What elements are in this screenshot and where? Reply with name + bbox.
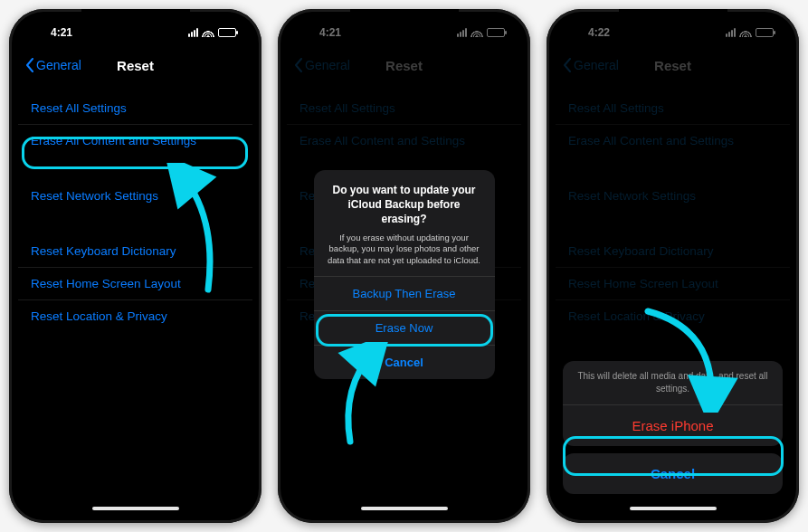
home-indicator[interactable] xyxy=(361,507,448,510)
erase-now-button[interactable]: Erase Now xyxy=(314,310,495,345)
screen: 4:21 General Reset Reset All Settings Er… xyxy=(287,18,521,514)
group-1: Reset All Settings Erase All Content and… xyxy=(18,92,252,157)
sheet-message: This will delete all media and data, and… xyxy=(563,361,783,405)
erase-all-content[interactable]: Erase All Content and Settings xyxy=(18,125,252,157)
phone-2: 4:21 General Reset Reset All Settings Er… xyxy=(278,9,530,523)
cancel-button[interactable]: Cancel xyxy=(314,345,495,379)
reset-keyboard[interactable]: Reset Keyboard Dictionary xyxy=(18,235,252,268)
notch xyxy=(81,9,190,29)
alert-body: Do you want to update your iCloud Backup… xyxy=(314,170,495,276)
back-label: General xyxy=(36,58,81,72)
phone-3: 4:22 General Reset Reset All Settings Er… xyxy=(547,9,799,523)
sheet-cancel-group: Cancel xyxy=(563,453,783,494)
group-2: Reset Network Settings xyxy=(18,180,252,212)
wifi-icon xyxy=(202,28,214,37)
reset-location[interactable]: Reset Location & Privacy xyxy=(18,300,252,332)
chevron-left-icon xyxy=(25,58,34,72)
alert-message: If you erase without updating your backu… xyxy=(325,233,484,267)
group-3: Reset Keyboard Dictionary Reset Home Scr… xyxy=(18,235,252,332)
reset-network[interactable]: Reset Network Settings xyxy=(18,180,252,212)
screen: 4:22 General Reset Reset All Settings Er… xyxy=(556,18,790,514)
cancel-button[interactable]: Cancel xyxy=(563,453,783,494)
home-indicator[interactable] xyxy=(92,507,179,510)
back-button[interactable]: General xyxy=(25,58,81,72)
reset-all-settings[interactable]: Reset All Settings xyxy=(18,92,252,125)
icloud-backup-alert: Do you want to update your iCloud Backup… xyxy=(314,170,495,379)
status-icons xyxy=(188,28,236,37)
backup-then-erase-button[interactable]: Backup Then Erase xyxy=(314,276,495,310)
nav-bar: General Reset xyxy=(18,47,252,83)
sheet-primary: This will delete all media and data, and… xyxy=(563,361,783,446)
reset-home[interactable]: Reset Home Screen Layout xyxy=(18,268,252,300)
status-time: 4:21 xyxy=(34,26,89,39)
phone-1: 4:21 General Reset Reset All Settings Er… xyxy=(9,9,261,523)
battery-icon xyxy=(218,28,236,37)
alert-title: Do you want to update your iCloud Backup… xyxy=(325,183,484,227)
action-sheet: This will delete all media and data, and… xyxy=(563,361,783,501)
notch xyxy=(350,9,459,29)
page-title: Reset xyxy=(117,58,154,73)
settings-list: Reset All Settings Erase All Content and… xyxy=(18,92,252,332)
erase-iphone-button[interactable]: Erase iPhone xyxy=(563,405,783,446)
signal-icon xyxy=(188,28,198,37)
notch xyxy=(619,9,727,29)
screen: 4:21 General Reset Reset All Settings Er… xyxy=(18,18,252,514)
home-indicator[interactable] xyxy=(630,507,717,510)
